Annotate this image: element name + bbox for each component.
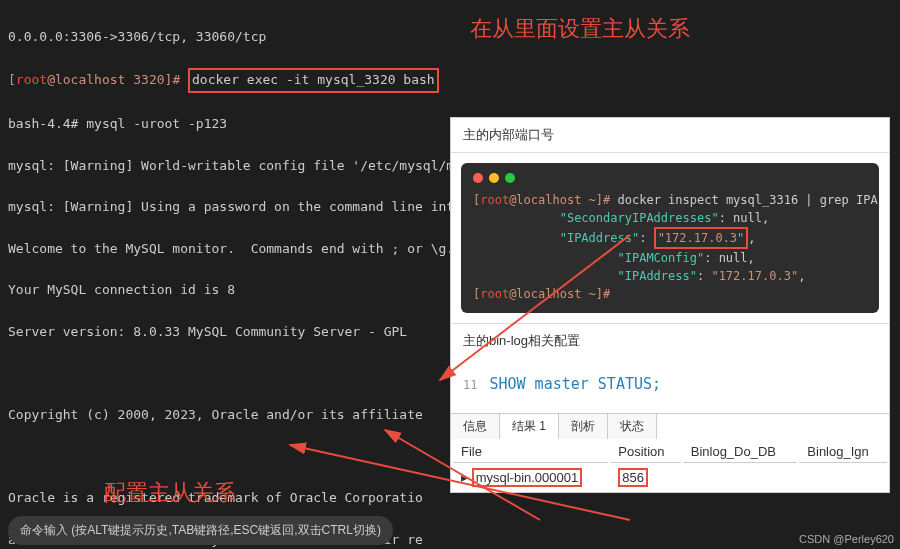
tab-info[interactable]: 信息 [451, 414, 500, 439]
annotation-top: 在从里面设置主从关系 [470, 14, 690, 44]
highlight-docker-exec: docker exec -it mysql_3320 bash [188, 68, 439, 93]
line-number: 11 [463, 378, 477, 392]
window-dots [473, 173, 867, 183]
highlight-ip: "172.17.0.3" [654, 227, 749, 249]
annotation-bottom: 配置主从关系 [104, 478, 236, 508]
line-docker-exec: [root@localhost 3320]# docker exec -it m… [8, 68, 892, 93]
inner-line: "IPAddress": "172.17.0.3", [473, 267, 867, 285]
tab-profile[interactable]: 剖析 [559, 414, 608, 439]
inner-line: "SecondaryIPAddresses": null, [473, 209, 867, 227]
tab-result1[interactable]: 结果 1 [500, 414, 559, 439]
line: 0.0.0.0:3306->3306/tcp, 33060/tcp [8, 27, 892, 48]
maximize-dot-icon[interactable] [505, 173, 515, 183]
col-binlog-do[interactable]: Binlog_Do_DB [683, 441, 798, 463]
input-hint: 命令输入 (按ALT键提示历史,TAB键路径,ESC键返回,双击CTRL切换) [8, 516, 393, 545]
inner-line: [root@localhost ~]# [473, 285, 867, 303]
panel-header-port: 主的内部端口号 [451, 118, 889, 153]
col-file[interactable]: File [453, 441, 608, 463]
tab-status[interactable]: 状态 [608, 414, 657, 439]
panel-header-binlog: 主的bin-log相关配置 [451, 323, 889, 358]
result-tabs: 信息 结果 1 剖析 状态 [451, 413, 889, 439]
inner-line: "IPAMConfig": null, [473, 249, 867, 267]
highlight-pos-cell: 856 [618, 468, 648, 487]
highlight-file-cell: mysql-bin.000001 [472, 468, 583, 487]
overlay-panel: 主的内部端口号 [root@localhost ~]# docker inspe… [450, 117, 890, 493]
minimize-dot-icon[interactable] [489, 173, 499, 183]
inner-line: [root@localhost ~]# docker inspect mysql… [473, 191, 867, 209]
col-position[interactable]: Position [610, 441, 680, 463]
watermark: CSDN @Perley620 [799, 533, 894, 545]
sql-editor[interactable]: 11SHOW master STATUS; [451, 358, 889, 413]
close-dot-icon[interactable] [473, 173, 483, 183]
table-row[interactable]: ▸ mysql-bin.000001 856 [453, 465, 887, 490]
result-table: File Position Binlog_Do_DB Binlog_Ign ▸ … [451, 439, 889, 492]
sql-statement: SHOW master STATUS; [489, 375, 661, 393]
col-binlog-ign[interactable]: Binlog_Ign [799, 441, 887, 463]
inner-terminal: [root@localhost ~]# docker inspect mysql… [461, 163, 879, 313]
inner-line: "IPAddress": "172.17.0.3", [473, 227, 867, 249]
